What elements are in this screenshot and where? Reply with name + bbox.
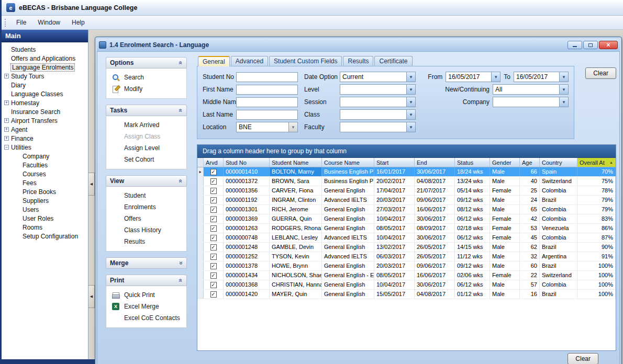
cell-status[interactable]: 02/06 wks: [455, 271, 490, 280]
cell-overall-att[interactable]: 100%: [577, 290, 616, 299]
cell-end[interactable]: 09/06/2017: [415, 261, 455, 270]
cell-start[interactable]: 13/02/2017: [374, 243, 415, 252]
cell-overall-att[interactable]: 79%: [577, 196, 616, 204]
chevron-down-icon[interactable]: ▼: [406, 122, 415, 132]
menu-file[interactable]: File: [10, 17, 32, 28]
checkbox-checked-icon[interactable]: ✓: [210, 282, 217, 288]
column-header-gender[interactable]: Gender: [490, 158, 520, 167]
middle-name-input[interactable]: [236, 97, 298, 107]
cell-start[interactable]: 10/04/2017: [374, 214, 415, 223]
cell-country[interactable]: Spain: [540, 167, 577, 176]
checkbox-checked-icon[interactable]: ✓: [210, 254, 217, 260]
cell-gender[interactable]: Female: [490, 271, 520, 280]
cell-end[interactable]: 04/08/2017: [415, 177, 455, 186]
checkbox-checked-icon[interactable]: ✓: [210, 169, 217, 175]
cell-gender[interactable]: Male: [490, 243, 520, 252]
column-header-start[interactable]: Start: [374, 158, 415, 167]
cell-course-name[interactable]: Advanced IELTS: [322, 196, 374, 204]
cell-course-name[interactable]: Advanced IELTS: [322, 233, 374, 242]
column-header-age[interactable]: Age: [520, 158, 540, 167]
cell-age[interactable]: 53: [520, 224, 540, 233]
cell-country[interactable]: Argentina: [540, 252, 577, 261]
cell-gender[interactable]: Male: [490, 252, 520, 261]
cell-arvd[interactable]: ✓: [204, 205, 224, 214]
menu-window[interactable]: Window: [32, 17, 66, 28]
cell-end[interactable]: 08/09/2017: [415, 224, 455, 233]
cell-country[interactable]: Switzerland: [540, 271, 577, 280]
sidebar-item-courses[interactable]: Courses: [2, 169, 88, 178]
cell-age[interactable]: 65: [520, 205, 540, 214]
cell-start[interactable]: 15/05/2017: [374, 290, 415, 299]
column-header-course-name[interactable]: Course Name: [322, 158, 374, 167]
cell-end[interactable]: 16/06/2017: [415, 205, 455, 214]
date-option-combo[interactable]: Current ▼: [340, 72, 416, 82]
cell-age[interactable]: 32: [520, 252, 540, 261]
cell-student-name[interactable]: TYSON, Kevin: [270, 252, 322, 261]
faculty-combo[interactable]: ▼: [340, 122, 416, 132]
sidebar-item-offers-and-applications[interactable]: Offers and Applications: [2, 54, 88, 63]
cell-age[interactable]: 40: [520, 177, 540, 186]
cell-gender[interactable]: Male: [490, 290, 520, 299]
cell-stud-no[interactable]: 0000001410: [224, 167, 270, 176]
cell-gender[interactable]: Male: [490, 196, 520, 204]
class-combo[interactable]: ▼: [340, 109, 416, 120]
table-row[interactable]: ✓0000001369GUERRA, QuinGeneral English10…: [197, 214, 616, 224]
company-combo[interactable]: ▼: [493, 97, 569, 107]
table-row[interactable]: ▸✓0000001410BOLTON, MarnyBusiness Englis…: [197, 167, 616, 177]
cell-stud-no[interactable]: 0000001248: [224, 243, 270, 252]
cell-gender[interactable]: Female: [490, 224, 520, 233]
table-row[interactable]: ✓0000001372BROWN, SaraBusiness English P…: [197, 177, 616, 186]
checkbox-checked-icon[interactable]: ✓: [210, 272, 217, 279]
panel-item-offers[interactable]: Offers: [106, 213, 186, 224]
table-row[interactable]: ✓0000001356CARVER, FionaGeneral English1…: [197, 186, 616, 196]
sidebar-item-language-classes[interactable]: Language Classes: [2, 89, 88, 98]
cell-country[interactable]: Brazil: [540, 290, 577, 299]
cell-gender[interactable]: Female: [490, 186, 520, 195]
cell-student-name[interactable]: CHRISTIAN, Hanna: [270, 280, 322, 289]
cell-arvd[interactable]: ✓: [204, 252, 224, 261]
cell-status[interactable]: 09/12 wks: [455, 261, 490, 270]
cell-stud-no[interactable]: 0000001368: [224, 280, 270, 289]
window-caption[interactable]: 1.4 Enrolment Search - Language ×: [97, 39, 620, 51]
from-date-picker[interactable]: 16/05/2017 ▼: [446, 72, 500, 82]
cell-status[interactable]: 06/12 wks: [455, 214, 490, 223]
cell-country[interactable]: Colombia: [540, 205, 577, 214]
panel-header-tasks[interactable]: Tasks«: [106, 105, 187, 116]
cell-age[interactable]: 42: [520, 214, 540, 223]
sidebar-item-company[interactable]: Company: [2, 152, 88, 161]
cell-course-name[interactable]: Business English PT: [322, 167, 374, 176]
cell-stud-no[interactable]: 0000001372: [224, 177, 270, 186]
cell-gender[interactable]: Male: [490, 167, 520, 176]
chevron-down-icon[interactable]: ▼: [559, 72, 568, 82]
panel-item-results[interactable]: Results: [106, 236, 186, 247]
menu-help[interactable]: Help: [66, 17, 91, 28]
expand-plus-icon[interactable]: +: [4, 127, 9, 132]
sidebar-item-students[interactable]: Students: [2, 45, 88, 54]
sidebar-item-airport-transfers[interactable]: +Airport Transfers: [2, 116, 88, 125]
cell-age[interactable]: 22: [520, 271, 540, 280]
first-name-input[interactable]: [236, 85, 298, 95]
cell-status[interactable]: 14/15 wks: [455, 243, 490, 252]
cell-student-name[interactable]: INGRAM, Clinton: [270, 196, 322, 204]
cell-age[interactable]: 24: [520, 196, 540, 204]
cell-stud-no[interactable]: 0000001434: [224, 271, 270, 280]
table-row[interactable]: ✓0000001248GAMBLE, DevinGeneral English1…: [197, 243, 616, 252]
cell-country[interactable]: Brazil: [540, 243, 577, 252]
cell-course-name[interactable]: General English: [322, 214, 374, 223]
cell-status[interactable]: 05/14 wks: [455, 186, 490, 195]
sidebar-item-study-tours[interactable]: +Study Tours: [2, 72, 88, 81]
cell-gender[interactable]: Male: [490, 261, 520, 270]
panel-item-excel-coe-contacts[interactable]: Excel CoE Contacts: [106, 312, 186, 324]
expand-plus-icon[interactable]: +: [4, 100, 9, 105]
tab-general[interactable]: General: [198, 56, 230, 66]
cell-start[interactable]: 08/05/2017: [374, 224, 415, 233]
column-header-arvd[interactable]: Arvd: [204, 158, 224, 167]
checkbox-checked-icon[interactable]: ✓: [210, 216, 217, 222]
cell-country[interactable]: Colombia: [540, 214, 577, 223]
cell-age[interactable]: 66: [520, 167, 540, 176]
cell-gender[interactable]: Female: [490, 214, 520, 223]
expand-chevron-icon[interactable]: «: [177, 261, 185, 265]
cell-stud-no[interactable]: 0000001369: [224, 214, 270, 223]
cell-arvd[interactable]: ✓: [204, 280, 224, 289]
group-by-bar[interactable]: Drag a column header here to group by th…: [197, 145, 616, 158]
